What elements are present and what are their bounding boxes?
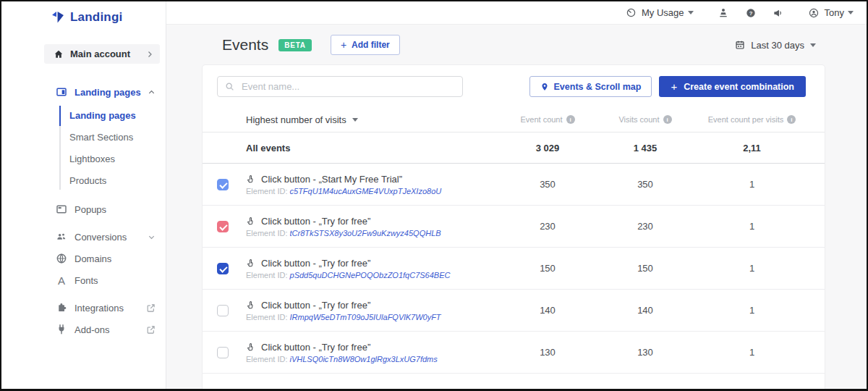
sidebar-item-landing-pages-group[interactable]: Landing pages [1,81,166,103]
megaphone-icon[interactable] [767,7,789,19]
element-id-line: Element ID: pSdd5quDCHGNePOQObzZO1fqC7S6… [246,271,493,279]
row-checkbox[interactable] [217,221,229,232]
event-count-per-visits-value: 1 [689,347,815,358]
visits-count-value: 150 [602,263,689,274]
row-checkbox[interactable] [217,305,229,316]
click-tap-icon [246,175,255,184]
event-cell: Click button - „Start My Free Trial” Ele… [246,174,493,196]
event-count-value: 140 [493,305,602,316]
presenter-icon[interactable] [712,7,734,19]
user-name: Tony [825,7,844,18]
date-range-selector[interactable]: Last 30 days [735,40,816,51]
column-label: Event count [520,115,562,124]
chevron-down-icon [810,43,816,47]
location-pin-icon [540,83,549,91]
click-tap-icon [246,258,255,268]
sidebar-item-fonts[interactable]: A Fonts [1,269,166,291]
element-id-line: Element ID: IRmpqW5eDTmT09oJ5IUlaFQVlK7W… [246,313,493,321]
row-checkbox[interactable] [217,347,229,358]
external-link-icon [146,325,156,335]
element-id-link[interactable]: tCr8TkSTSX8y3oU2Fw9uKzwyz45QQHLB [290,229,441,237]
main-area: My Usage ? [166,1,867,389]
landingi-logo-icon [51,10,65,25]
brand-name: Landingi [70,10,122,25]
my-usage-label: My Usage [642,7,684,18]
element-id-label: Element ID: [246,229,290,237]
row-checkbox[interactable] [217,263,229,274]
table-header-row: Highest number of visits Event count i V… [203,107,825,132]
event-title: Click button - „Start My Free Trial” [261,174,402,185]
sidebar-item-integrations[interactable]: Integrations [1,297,166,319]
create-event-combination-button[interactable]: + Create event combination [659,76,806,97]
events-toolbar: Events & Scroll map + Create event combi… [203,65,825,97]
events-scroll-map-button[interactable]: Events & Scroll map [529,76,652,97]
visits-count-value: 350 [602,179,689,190]
sidebar-item-popups[interactable]: Popups [1,198,166,220]
calendar-icon [735,40,745,50]
visits-count-value: 130 [602,347,689,358]
event-cell: Click button - „Try for free” Element ID… [246,342,493,363]
column-header-event-count: Event count i [493,115,602,124]
element-id-link[interactable]: iVHLSQ0icTn8W8Ow1glRgx3LxUG7fdms [290,355,438,363]
element-id-label: Element ID: [246,271,290,279]
sidebar-item-conversions[interactable]: Conversions [1,226,166,248]
click-tap-icon [246,216,255,226]
event-search-input[interactable] [242,81,455,92]
help-icon[interactable]: ? [740,7,762,19]
column-label: Visits count [618,115,659,124]
info-icon[interactable]: i [787,115,796,124]
event-title-line: Click button - „Try for free” [246,300,493,311]
sidebar-item-landing-pages[interactable]: Landing pages [1,104,166,126]
event-title: Click button - „Try for free” [261,216,370,227]
sidebar: Landingi Main account Landing pages [1,1,166,389]
add-filter-label: Add filter [352,40,390,50]
brand-logo[interactable]: Landingi [1,1,166,33]
user-menu[interactable]: Tony [808,7,854,19]
sidebar-item-domains[interactable]: Domains [1,248,166,269]
sidebar-item-label: Integrations [75,303,146,314]
page-header: Events BETA + Add filter Last 30 days [166,25,867,65]
element-id-link[interactable]: IRmpqW5eDTmT09oJ5IUlaFQVlK7W0yFT [290,313,441,321]
column-header-event-count-per-visits: Event count per visits i [689,115,815,124]
sort-selector[interactable]: Highest number of visits [246,114,493,125]
conversions-icon [56,231,67,243]
add-filter-button[interactable]: + Add filter [331,35,400,55]
event-count-value: 350 [493,179,602,190]
info-icon[interactable]: i [663,115,672,124]
event-count-per-visits-value: 1 [689,263,815,274]
sidebar-item-smart-sections[interactable]: Smart Sections [1,126,166,148]
date-range-label: Last 30 days [751,40,804,51]
event-count-value: 130 [493,347,602,358]
fonts-icon: A [56,274,67,287]
event-cell: Click button - „Try for free” Element ID… [246,300,493,321]
element-id-line: Element ID: tCr8TkSTSX8y3oU2Fw9uKzwyz45Q… [246,229,493,237]
event-title: Click button - „Try for free” [261,300,370,311]
event-table-row: Click button - „Try for free” Element ID… [203,332,825,374]
globe-icon [56,253,67,264]
sidebar-item-products[interactable]: Products [1,169,166,191]
visits-count-value: 140 [602,305,689,316]
svg-text:?: ? [749,9,752,16]
sidebar-item-lightboxes[interactable]: Lightboxes [1,148,166,169]
sidebar-item-label: Main account [70,49,145,59]
event-count-value: 150 [493,263,602,274]
my-usage-menu[interactable]: My Usage [626,7,694,18]
chevron-down-icon [848,11,854,14]
element-id-link[interactable]: c5TFqU1M4ucAuxGME4VUxpTJeXIzo8oU [290,187,442,196]
row-checkbox[interactable] [217,179,229,190]
summary-visits-count: 1 435 [602,143,689,154]
sort-label: Highest number of visits [246,114,346,125]
sidebar-item-add-ons[interactable]: Add-ons [1,319,166,340]
info-icon[interactable]: i [566,115,575,124]
event-cell: Click button - „Try for free” Element ID… [246,216,493,237]
event-title-line: Click button - „Try for free” [246,258,493,269]
summary-event-count-per-visits: 2,11 [689,143,815,154]
event-count-per-visits-value: 1 [689,305,815,316]
column-label: Event count per visits [708,115,784,124]
event-search[interactable] [217,76,463,97]
sidebar-item-label: Conversions [75,232,148,243]
sidebar-item-main-account[interactable]: Main account [44,44,160,64]
plus-icon: + [341,39,346,51]
event-count-per-visits-value: 1 [689,179,815,190]
element-id-link[interactable]: pSdd5quDCHGNePOQObzZO1fqC7S64BEC [290,271,451,279]
